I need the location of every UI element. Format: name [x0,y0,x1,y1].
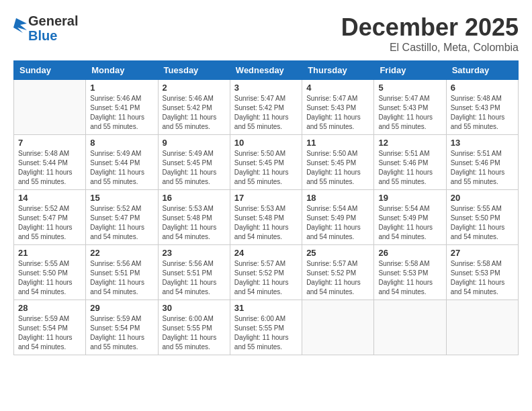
day-info: Sunrise: 5:59 AM Sunset: 5:54 PM Dayligh… [18,314,81,352]
day-number: 1 [90,83,153,93]
day-number: 18 [306,193,369,203]
day-cell: 7Sunrise: 5:48 AM Sunset: 5:44 PM Daylig… [14,135,86,190]
day-number: 28 [18,303,81,313]
day-info: Sunrise: 5:50 AM Sunset: 5:45 PM Dayligh… [306,149,369,187]
day-cell: 17Sunrise: 5:53 AM Sunset: 5:48 PM Dayli… [230,190,302,245]
calendar-subtitle: El Castillo, Meta, Colombia [341,42,519,54]
day-info: Sunrise: 5:52 AM Sunset: 5:47 PM Dayligh… [90,204,153,242]
logo-general: General [28,13,78,28]
logo-bird-icon [13,18,27,38]
day-cell: 26Sunrise: 5:58 AM Sunset: 5:53 PM Dayli… [374,245,446,300]
calendar-title: December 2025 [341,13,519,42]
day-cell: 23Sunrise: 5:56 AM Sunset: 5:51 PM Dayli… [158,245,230,300]
day-cell: 31Sunrise: 6:00 AM Sunset: 5:55 PM Dayli… [230,300,302,355]
day-cell: 11Sunrise: 5:50 AM Sunset: 5:45 PM Dayli… [302,135,374,190]
day-cell [302,300,374,355]
logo-blue: Blue [28,28,78,43]
day-number: 16 [163,193,226,203]
day-info: Sunrise: 6:00 AM Sunset: 5:55 PM Dayligh… [234,314,298,352]
day-info: Sunrise: 5:58 AM Sunset: 5:53 PM Dayligh… [378,259,441,297]
col-monday: Monday [86,61,158,80]
day-number: 8 [90,138,153,148]
week-row-2: 7Sunrise: 5:48 AM Sunset: 5:44 PM Daylig… [14,135,519,190]
page-header: General Blue December 2025 El Castillo, … [13,13,519,54]
day-cell: 30Sunrise: 6:00 AM Sunset: 5:55 PM Dayli… [158,300,230,355]
day-number: 27 [451,248,514,258]
day-cell: 24Sunrise: 5:57 AM Sunset: 5:52 PM Dayli… [230,245,302,300]
day-number: 11 [306,138,369,148]
day-number: 9 [163,138,226,148]
col-friday: Friday [374,61,446,80]
svg-marker-0 [13,18,27,33]
col-sunday: Sunday [14,61,86,80]
day-info: Sunrise: 5:47 AM Sunset: 5:42 PM Dayligh… [234,94,298,132]
day-info: Sunrise: 5:47 AM Sunset: 5:43 PM Dayligh… [306,94,369,132]
day-info: Sunrise: 5:47 AM Sunset: 5:43 PM Dayligh… [378,94,441,132]
day-cell: 12Sunrise: 5:51 AM Sunset: 5:46 PM Dayli… [374,135,446,190]
day-number: 6 [451,83,514,93]
col-thursday: Thursday [302,61,374,80]
day-number: 21 [18,248,81,258]
day-cell [14,80,86,135]
day-cell: 2Sunrise: 5:46 AM Sunset: 5:42 PM Daylig… [158,80,230,135]
day-cell: 5Sunrise: 5:47 AM Sunset: 5:43 PM Daylig… [374,80,446,135]
day-cell: 3Sunrise: 5:47 AM Sunset: 5:42 PM Daylig… [230,80,302,135]
day-cell: 10Sunrise: 5:50 AM Sunset: 5:45 PM Dayli… [230,135,302,190]
day-cell: 16Sunrise: 5:53 AM Sunset: 5:48 PM Dayli… [158,190,230,245]
day-cell: 15Sunrise: 5:52 AM Sunset: 5:47 PM Dayli… [86,190,158,245]
col-wednesday: Wednesday [230,61,302,80]
day-info: Sunrise: 5:49 AM Sunset: 5:45 PM Dayligh… [163,149,226,187]
day-number: 25 [306,248,369,258]
day-info: Sunrise: 5:56 AM Sunset: 5:51 PM Dayligh… [90,259,153,297]
day-info: Sunrise: 5:54 AM Sunset: 5:49 PM Dayligh… [306,204,369,242]
day-info: Sunrise: 5:49 AM Sunset: 5:44 PM Dayligh… [90,149,153,187]
week-row-5: 28Sunrise: 5:59 AM Sunset: 5:54 PM Dayli… [14,300,519,355]
day-cell: 21Sunrise: 5:55 AM Sunset: 5:50 PM Dayli… [14,245,86,300]
day-info: Sunrise: 5:59 AM Sunset: 5:54 PM Dayligh… [90,314,153,352]
day-cell: 29Sunrise: 5:59 AM Sunset: 5:54 PM Dayli… [86,300,158,355]
day-info: Sunrise: 5:55 AM Sunset: 5:50 PM Dayligh… [451,204,514,242]
day-number: 26 [378,248,441,258]
day-cell: 13Sunrise: 5:51 AM Sunset: 5:46 PM Dayli… [446,135,518,190]
day-number: 20 [451,193,514,203]
day-cell [374,300,446,355]
day-cell: 14Sunrise: 5:52 AM Sunset: 5:47 PM Dayli… [14,190,86,245]
col-tuesday: Tuesday [158,61,230,80]
day-cell: 6Sunrise: 5:48 AM Sunset: 5:43 PM Daylig… [446,80,518,135]
day-info: Sunrise: 5:57 AM Sunset: 5:52 PM Dayligh… [234,259,298,297]
week-row-1: 1Sunrise: 5:46 AM Sunset: 5:41 PM Daylig… [14,80,519,135]
day-info: Sunrise: 5:53 AM Sunset: 5:48 PM Dayligh… [163,204,226,242]
logo: General Blue [13,13,78,43]
day-number: 4 [306,83,369,93]
day-info: Sunrise: 5:50 AM Sunset: 5:45 PM Dayligh… [234,149,298,187]
day-info: Sunrise: 5:53 AM Sunset: 5:48 PM Dayligh… [234,204,298,242]
day-cell: 28Sunrise: 5:59 AM Sunset: 5:54 PM Dayli… [14,300,86,355]
day-cell: 27Sunrise: 5:58 AM Sunset: 5:53 PM Dayli… [446,245,518,300]
day-number: 24 [234,248,298,258]
day-cell [446,300,518,355]
day-info: Sunrise: 5:54 AM Sunset: 5:49 PM Dayligh… [378,204,441,242]
day-cell: 1Sunrise: 5:46 AM Sunset: 5:41 PM Daylig… [86,80,158,135]
day-cell: 18Sunrise: 5:54 AM Sunset: 5:49 PM Dayli… [302,190,374,245]
day-number: 19 [378,193,441,203]
day-info: Sunrise: 5:58 AM Sunset: 5:53 PM Dayligh… [451,259,514,297]
day-cell: 9Sunrise: 5:49 AM Sunset: 5:45 PM Daylig… [158,135,230,190]
day-number: 22 [90,248,153,258]
day-cell: 20Sunrise: 5:55 AM Sunset: 5:50 PM Dayli… [446,190,518,245]
day-info: Sunrise: 5:46 AM Sunset: 5:42 PM Dayligh… [163,94,226,132]
day-info: Sunrise: 5:55 AM Sunset: 5:50 PM Dayligh… [18,259,81,297]
day-number: 30 [163,303,226,313]
day-number: 29 [90,303,153,313]
day-number: 5 [378,83,441,93]
day-number: 23 [163,248,226,258]
day-number: 2 [163,83,226,93]
day-info: Sunrise: 5:48 AM Sunset: 5:44 PM Dayligh… [18,149,81,187]
day-number: 7 [18,138,81,148]
day-info: Sunrise: 5:51 AM Sunset: 5:46 PM Dayligh… [378,149,441,187]
day-info: Sunrise: 5:48 AM Sunset: 5:43 PM Dayligh… [451,94,514,132]
day-cell: 19Sunrise: 5:54 AM Sunset: 5:49 PM Dayli… [374,190,446,245]
day-cell: 8Sunrise: 5:49 AM Sunset: 5:44 PM Daylig… [86,135,158,190]
day-info: Sunrise: 5:51 AM Sunset: 5:46 PM Dayligh… [451,149,514,187]
day-info: Sunrise: 5:46 AM Sunset: 5:41 PM Dayligh… [90,94,153,132]
calendar-table: Sunday Monday Tuesday Wednesday Thursday… [13,60,519,355]
